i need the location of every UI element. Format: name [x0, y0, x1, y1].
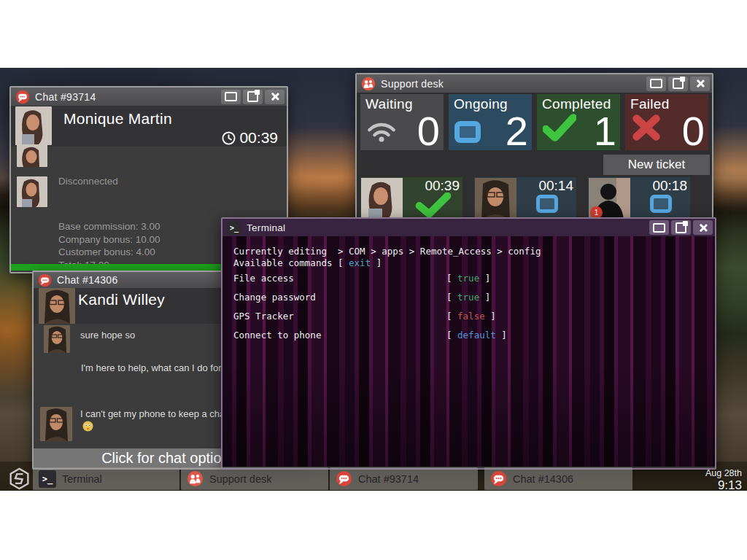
close-icon [695, 79, 705, 88]
titlebar[interactable]: >_ Terminal [222, 219, 715, 236]
chat-bubble-icon [490, 470, 507, 487]
new-ticket-button[interactable]: New ticket [603, 155, 710, 175]
ticket-avatar [475, 178, 516, 220]
failed-x-icon [631, 114, 662, 144]
terminal-breadcrumb: Currently editing > COM > apps > Remote_… [233, 246, 715, 257]
stat-value: 0 [682, 111, 705, 152]
studio-logo-icon [8, 467, 31, 490]
chat-bubble-icon [15, 90, 30, 104]
taskbar-label: Chat #14306 [513, 473, 573, 485]
stat-label: Failed [630, 96, 670, 112]
system-time: 9:13 [705, 479, 742, 491]
stat-failed: Failed 0 [625, 94, 708, 150]
window-title: Terminal [247, 222, 649, 233]
commission-line: Customer bonus: 4.00 [58, 246, 160, 259]
window-title: Chat #93714 [35, 91, 221, 103]
ticket-avatar-silhouette: 1 [589, 178, 630, 220]
commission-line: Base commission: 3.00 [58, 220, 160, 233]
taskbar-label: Terminal [62, 473, 102, 485]
minimize-button[interactable] [646, 77, 666, 91]
flushed-emoji-icon [82, 421, 93, 435]
terminal-icon: >_ [227, 221, 241, 235]
customer-avatar-message [17, 176, 47, 207]
customer-name: Monique Martin [63, 110, 172, 128]
customer-name: Kandi Willey [78, 291, 165, 308]
customer-avatar-message [40, 407, 72, 441]
support-desk-window: Support desk Waiting 0 On [355, 73, 713, 230]
terminal-setting-row: File access[ true ] [233, 269, 715, 288]
popout-button[interactable] [671, 220, 691, 235]
taskbar: >_ Terminal Support desk Chat #93714 [0, 467, 747, 491]
ongoing-square-icon [650, 195, 672, 213]
customer-avatar-message [44, 325, 70, 353]
chat-bubble-icon [336, 470, 352, 487]
close-button[interactable] [693, 220, 713, 235]
checkmark-icon [543, 114, 576, 144]
stat-label: Ongoing [454, 96, 508, 112]
close-icon [698, 223, 708, 233]
ongoing-square-icon [454, 121, 481, 143]
status-message: Disconnected [58, 176, 118, 187]
ticket-stats: Waiting 0 Ongoing 2 Com [360, 94, 708, 150]
customer-avatar [15, 106, 52, 145]
terminal-commands-line: Available commands [ exit ] [233, 257, 715, 269]
stat-value: 1 [594, 111, 616, 152]
close-button[interactable] [265, 90, 285, 104]
system-date: Aug 28th [705, 469, 742, 478]
ticket-timer: 00:14 [538, 177, 576, 194]
taskbar-label: Support desk [209, 473, 271, 485]
stat-value: 0 [417, 111, 440, 152]
chat-bubble-icon [38, 273, 52, 287]
system-clock: Aug 28th 9:13 [705, 467, 742, 491]
support-desk-icon [361, 77, 376, 91]
customer-avatar-small [17, 144, 47, 167]
titlebar[interactable]: Support desk [357, 74, 712, 93]
stat-value: 2 [506, 111, 528, 152]
popout-button[interactable] [668, 77, 688, 91]
taskbar-label: Chat #93714 [358, 473, 419, 485]
wifi-icon [366, 120, 397, 145]
game-desktop: Chat #93714 Monique Martin [0, 68, 747, 491]
close-icon [270, 92, 279, 101]
popout-button[interactable] [243, 90, 263, 104]
stat-waiting: Waiting 0 [360, 94, 444, 150]
ticket-avatar [361, 178, 403, 220]
minimize-icon [650, 79, 662, 88]
taskbar-item-chat-14306[interactable]: Chat #14306 [484, 467, 632, 490]
chat-timer: 00:39 [222, 129, 278, 147]
checkmark-icon [413, 192, 454, 220]
commission-summary: Base commission: 3.00 Company bonus: 10.… [58, 220, 160, 271]
window-title: Support desk [381, 78, 646, 90]
terminal-setting-row: Change password[ true ] [233, 288, 715, 307]
terminal-setting-row: Connect to phone[ default ] [233, 326, 715, 345]
minimize-icon [225, 92, 237, 101]
popout-icon [247, 91, 258, 102]
commission-line: Company bonus: 10.00 [58, 233, 160, 246]
timer-value: 00:39 [239, 129, 278, 147]
agent-message: I'm here to help, what can I do for [81, 362, 222, 373]
terminal-setting-row: GPS Tracker[ false ] [233, 307, 715, 326]
ticket-timer: 00:39 [425, 177, 462, 194]
customer-message: sure hope so [80, 330, 135, 341]
taskbar-item-support-desk[interactable]: Support desk [181, 467, 328, 490]
ongoing-square-icon [536, 195, 558, 213]
support-desk-icon [187, 470, 204, 487]
close-button[interactable] [690, 77, 710, 91]
popout-icon [676, 222, 686, 233]
stat-label: Waiting [365, 96, 413, 112]
customer-avatar [39, 288, 75, 324]
customer-message: I can't get my phone to keep a cha [80, 408, 225, 419]
terminal-icon: >_ [39, 470, 56, 488]
terminal-output: Currently editing > COM > apps > Remote_… [222, 236, 715, 467]
minimize-button[interactable] [221, 90, 241, 104]
minimize-button[interactable] [649, 220, 669, 235]
stat-completed: Completed 1 [537, 94, 620, 150]
stat-ongoing: Ongoing 2 [449, 94, 532, 150]
titlebar[interactable]: Chat #93714 [11, 88, 287, 106]
terminal-window: >_ Terminal Currently editing > COM > ap… [221, 217, 716, 470]
ticket-timer: 00:18 [652, 177, 690, 194]
minimize-icon [653, 223, 665, 233]
taskbar-item-chat-93714[interactable]: Chat #93714 [330, 467, 478, 490]
taskbar-item-terminal[interactable]: >_ Terminal [33, 467, 179, 490]
popout-icon [673, 78, 684, 89]
